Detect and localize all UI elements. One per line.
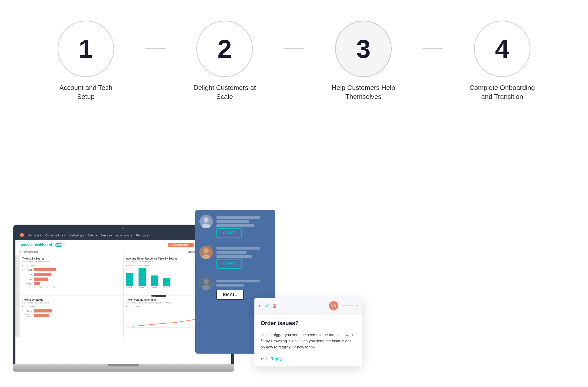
dashboard-title: Service Dashboard	[20, 243, 52, 247]
vbar-web: WEB	[126, 273, 133, 288]
bar-label-fbmsg: FB_MSG	[22, 283, 32, 285]
bar-row-fbmsg: FB_MSG	[22, 282, 121, 285]
bar-fill-fbmsg	[34, 282, 40, 285]
reply-arrow-icon: ↩	[261, 356, 264, 361]
vbar-chat-fill	[139, 268, 146, 286]
contact-row-1	[199, 215, 271, 228]
vbar-web-fill	[126, 273, 133, 286]
nav-marketing[interactable]: Marketing ▾	[69, 234, 84, 237]
vbar-email-fill: Email	[151, 275, 158, 286]
contact-section-3: EMAIL	[199, 277, 271, 300]
step-3-number: 3	[356, 36, 371, 62]
svg-point-4	[204, 217, 209, 223]
bar-label-closed: Closed	[22, 310, 32, 312]
bar-row-waiting: Waiting on contact	[22, 314, 121, 317]
ticket-subject: Order issues?	[261, 320, 356, 327]
chart-1-title: Tickets By Source	[22, 257, 121, 260]
reply-icon[interactable]: ↩	[259, 303, 262, 309]
bar-label-email: Email	[22, 278, 32, 280]
panel-white-ticket: ↩ ✓ 🗑 VB ━━━━━━━━━ ▾ Order issues? Hi, t…	[254, 298, 362, 366]
step-2-label: Delight Customers at Scale	[189, 83, 261, 101]
vbar-web-label: WEB	[128, 286, 132, 288]
axis-1: 1	[47, 286, 48, 288]
user-avatar-vb: VB	[329, 301, 338, 310]
bar-label-web: WEB	[22, 269, 32, 271]
trash-icon[interactable]: 🗑	[272, 303, 277, 309]
bar-fill-email	[34, 278, 48, 281]
header-dropdown-chevron[interactable]: ▾	[357, 305, 358, 307]
axis-1-5: 1.5	[53, 286, 55, 288]
filter-label[interactable]: ≡ Filter dashboard	[20, 251, 38, 253]
chart-tickets-by-status: Tickets by Status Date range: This entir…	[20, 296, 123, 337]
nav-reports[interactable]: Reports ▾	[136, 234, 149, 237]
nav-contacts[interactable]: Contacts ▾	[28, 234, 42, 237]
chart-1-bars: WEB Chat Email	[22, 267, 121, 293]
dashboard-dropdown-icon[interactable]: ▾	[63, 244, 65, 246]
contact-line-2b	[216, 251, 246, 254]
vbar-fbmsg-label: FB_MSG	[163, 286, 171, 288]
vbar-chat-label: Chat	[140, 286, 144, 288]
svg-point-7	[204, 248, 209, 253]
step-2-circle: 2	[196, 21, 253, 77]
steps-section: 1 Account and Tech Setup 2 Delight Custo…	[0, 21, 588, 101]
chart-tickets-by-source: Tickets By Source Date range: This entir…	[20, 255, 123, 296]
vbar-chat: Chat	[139, 268, 146, 288]
panel-header: ↩ ✓ 🗑 VB ━━━━━━━━━ ▾	[254, 298, 362, 314]
step-1-label: Account and Tech Setup	[50, 83, 122, 101]
bar-row-closed: Closed	[22, 309, 121, 312]
chart-1-subtitle: Date range: This entire month	[22, 261, 121, 263]
axis-0: 0	[34, 286, 35, 288]
email-button-1[interactable]: EMAIL	[216, 290, 244, 300]
step-4: 4 Complete Onboarding and Transition	[443, 21, 561, 101]
vbar-email-label: Email	[152, 286, 157, 288]
contact-row-2	[199, 246, 271, 259]
avatar-initials: VB	[331, 304, 336, 308]
step-3-circle: 3	[335, 21, 392, 77]
contact-row-3	[199, 277, 271, 290]
step-1-circle: 1	[58, 21, 114, 77]
chat-button-1[interactable]: CHAT	[216, 228, 242, 238]
contact-info-1	[216, 216, 271, 227]
bar-fill-waiting	[34, 314, 49, 317]
nav-items: Contacts ▾ Conversations ▾ Marketing ▾ S…	[28, 234, 207, 237]
chart-1-legend: ● Count of Tickets	[22, 264, 121, 266]
bar-row-web: WEB	[22, 268, 121, 271]
vbar-fbmsg-fill	[163, 278, 170, 286]
laptop-base	[13, 364, 234, 372]
chat-button-2[interactable]: CHAT	[216, 259, 242, 269]
nav-conversations[interactable]: Conversations ▾	[45, 234, 66, 237]
step-4-circle: 4	[474, 21, 530, 77]
avatar-1	[199, 215, 213, 228]
nav-automation[interactable]: Automation ▾	[116, 234, 133, 237]
contact-line-2a	[216, 247, 260, 250]
bar-label-waiting: Waiting on contact	[22, 314, 32, 317]
bar-row-chat: Chat	[22, 273, 121, 276]
axis-2: 2	[60, 286, 61, 288]
bar-fill-web	[34, 268, 56, 271]
reply-button[interactable]: ↩ ↩ Reply	[261, 356, 356, 361]
axis-0-5: 0.5	[40, 286, 42, 288]
bar-fill-chat	[34, 273, 51, 276]
contact-section-1: CHAT	[199, 215, 271, 238]
avatar-3	[199, 277, 213, 290]
step-4-label: Complete Onboarding and Transition	[466, 83, 538, 101]
reply-label[interactable]: ↩ Reply	[266, 356, 282, 361]
vbar-fbmsg: FB_MSG	[163, 278, 171, 288]
avatar-2	[199, 246, 213, 259]
step-3: 3 Help Customers Help Themselves	[304, 21, 422, 101]
connector-1-2	[145, 48, 166, 49]
hubspot-logo: H	[20, 233, 24, 238]
nav-service[interactable]: Service ▾	[101, 234, 113, 237]
contact-info-3	[216, 280, 271, 287]
bar-label-chat: Chat	[22, 274, 32, 275]
chart-3-title: Tickets by Status	[22, 298, 121, 301]
svg-point-10	[204, 279, 209, 284]
step-4-number: 4	[495, 36, 509, 62]
header-dropdown-line: ━━━━━━━━━	[342, 305, 354, 307]
check-icon[interactable]: ✓	[265, 303, 269, 309]
create-dashboard-button[interactable]: Create dashboard 🔒	[168, 243, 194, 247]
chart-3-subtitle: Date range: This entire month	[22, 302, 121, 304]
step-1: 1 Account and Tech Setup	[27, 21, 145, 101]
nav-sales[interactable]: Sales ▾	[88, 234, 97, 237]
contact-line-1c	[216, 224, 254, 227]
